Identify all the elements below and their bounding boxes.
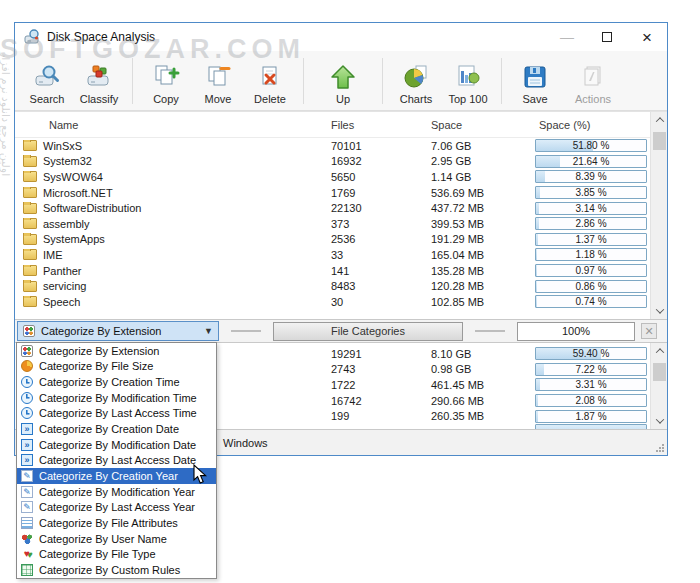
row-space: 2.95 GB <box>431 155 535 167</box>
maximize-button[interactable] <box>587 23 627 51</box>
title-bar[interactable]: Disk Space Analysis — × <box>15 23 667 51</box>
scroll-down-icon[interactable] <box>651 303 667 319</box>
row-percent-label: 0.86 % <box>536 281 646 292</box>
table-row[interactable]: assembly 373 399.53 MB 2.86 % <box>15 216 667 232</box>
table-row[interactable]: servicing 8483 120.28 MB 0.86 % <box>15 278 667 294</box>
row-name: SystemApps <box>43 233 105 245</box>
scroll-up-icon[interactable] <box>651 112 667 128</box>
table-row[interactable]: SoftwareDistribution 22130 437.72 MB 3.1… <box>15 200 667 216</box>
table-row[interactable]: Microsoft.NET 1769 536.69 MB 3.85 % <box>15 185 667 201</box>
search-button[interactable]: Search <box>21 54 73 108</box>
categorize-combobox[interactable]: Categorize By Extension ▼ <box>17 321 219 341</box>
menu-item[interactable]: Categorize By Custom Rules <box>17 562 216 578</box>
clock-icon <box>21 376 33 388</box>
table-row[interactable]: SysWOW64 5650 1.14 GB 8.39 % <box>15 169 667 185</box>
file-categories-button[interactable]: File Categories <box>273 322 463 341</box>
menu-item-label: Categorize By User Name <box>39 533 167 545</box>
menu-item-label: Categorize By Last Access Year <box>39 501 195 513</box>
copy-button[interactable]: Copy <box>140 54 192 108</box>
toolbar-button-label: Top 100 <box>448 93 487 105</box>
row-files: 22130 <box>331 202 431 214</box>
close-button[interactable]: × <box>627 23 667 51</box>
classify-button[interactable]: Classify <box>73 54 125 108</box>
row-files: 8483 <box>331 280 431 292</box>
folders-table: Name Files Space Space (%) WinSxS 70101 … <box>15 111 667 319</box>
menu-item[interactable]: Categorize By File Attributes <box>17 515 216 531</box>
search-icon <box>33 62 61 92</box>
up-arrow-icon <box>329 62 357 92</box>
menu-item[interactable]: ✎ Categorize By Modification Year <box>17 484 216 500</box>
scroll-down-icon[interactable] <box>651 413 667 429</box>
row-percent-label: 3.14 % <box>536 203 646 214</box>
menu-item[interactable]: ♥ Categorize By File Type <box>17 547 216 563</box>
scrollbar-thumb[interactable] <box>653 132 666 150</box>
classify-icon <box>85 62 113 92</box>
row-space: 7.06 GB <box>431 140 535 152</box>
row-files: 141 <box>331 265 431 277</box>
delete-button[interactable]: Delete <box>244 54 296 108</box>
folder-icon <box>23 249 37 260</box>
minimize-button[interactable]: — <box>547 23 587 51</box>
menu-item[interactable]: Categorize By File Size <box>17 359 216 375</box>
row-percent-label: 0.97 % <box>536 265 646 276</box>
folder-icon <box>23 218 37 229</box>
toolbar-separator <box>303 58 304 104</box>
menu-item-label: Categorize By File Attributes <box>39 517 178 529</box>
categorize-dropdown-menu: Categorize By Extension Categorize By Fi… <box>16 342 217 579</box>
menu-item[interactable]: » Categorize By Creation Date <box>17 421 216 437</box>
table-row[interactable]: System32 16932 2.95 GB 21.64 % <box>15 154 667 170</box>
table-row[interactable]: SystemApps 2536 191.29 MB 1.37 % <box>15 232 667 248</box>
resize-grip[interactable] <box>656 444 664 452</box>
menu-item[interactable]: ✎ Categorize By Creation Year <box>17 468 216 484</box>
column-header-files[interactable]: Files <box>331 119 431 131</box>
row-percent-label: 3.31 % <box>536 379 646 390</box>
table-header[interactable]: Name Files Space Space (%) <box>15 112 667 138</box>
column-header-name[interactable]: Name <box>15 119 331 131</box>
move-icon <box>204 62 232 92</box>
row-percent-label: 8.39 % <box>536 171 646 182</box>
actions-button[interactable]: Actions <box>561 54 625 108</box>
category-toolbar: Categorize By Extension ▼ File Categorie… <box>15 319 667 343</box>
table-row[interactable]: Panther 141 135.28 MB 0.97 % <box>15 263 667 279</box>
save-button[interactable]: Save <box>509 54 561 108</box>
column-header-space[interactable]: Space <box>431 119 535 131</box>
folder-icon <box>23 156 37 167</box>
main-toolbar: Search Classify Copy Move <box>15 51 667 111</box>
scrollbar-vertical[interactable] <box>650 112 667 319</box>
menu-item[interactable]: » Categorize By Modification Date <box>17 437 216 453</box>
row-files: 19291 <box>331 348 431 360</box>
toolbar-separator <box>382 58 383 104</box>
menu-item[interactable]: Categorize By Extension <box>17 343 216 359</box>
window-title: Disk Space Analysis <box>47 30 155 44</box>
scrollbar-vertical[interactable] <box>650 343 667 429</box>
row-name: System32 <box>43 155 92 167</box>
row-space: 1.14 GB <box>431 171 535 183</box>
menu-item[interactable]: Categorize By Last Access Time <box>17 406 216 422</box>
menu-item[interactable]: » Categorize By Last Access Date <box>17 453 216 469</box>
year-pencil-icon: ✎ <box>21 486 33 498</box>
table-row[interactable]: WinSxS 70101 7.06 GB 51.80 % <box>15 138 667 154</box>
menu-item-label: Categorize By Creation Time <box>39 376 180 388</box>
row-percent-label: 0.74 % <box>536 296 646 307</box>
table-row[interactable]: IME 33 165.04 MB 1.18 % <box>15 247 667 263</box>
row-space: 191.29 MB <box>431 233 535 245</box>
menu-item[interactable]: Categorize By Modification Time <box>17 390 216 406</box>
zoom-level-box[interactable]: 100% <box>517 322 635 341</box>
menu-item[interactable]: Categorize By Creation Time <box>17 374 216 390</box>
row-files: 373 <box>331 218 431 230</box>
panel-close-icon[interactable]: ✕ <box>641 323 657 339</box>
move-button[interactable]: Move <box>192 54 244 108</box>
charts-button[interactable]: Charts <box>390 54 442 108</box>
column-header-space-pct[interactable]: Space (%) <box>535 119 647 131</box>
scroll-up-icon[interactable] <box>651 343 667 359</box>
scrollbar-thumb[interactable] <box>653 363 666 381</box>
menu-item[interactable]: ✎ Categorize By Last Access Year <box>17 500 216 516</box>
up-button[interactable]: Up <box>311 54 375 108</box>
top-100-button[interactable]: Top 100 <box>442 54 494 108</box>
table-row[interactable]: Speech 30 102.85 MB 0.74 % <box>15 294 667 310</box>
extension-grid-icon <box>23 325 35 337</box>
row-percent-bar: 0.97 % <box>535 264 647 277</box>
folder-icon <box>23 140 37 151</box>
menu-item[interactable]: Categorize By User Name <box>17 531 216 547</box>
menu-item-label: Categorize By File Size <box>39 360 153 372</box>
